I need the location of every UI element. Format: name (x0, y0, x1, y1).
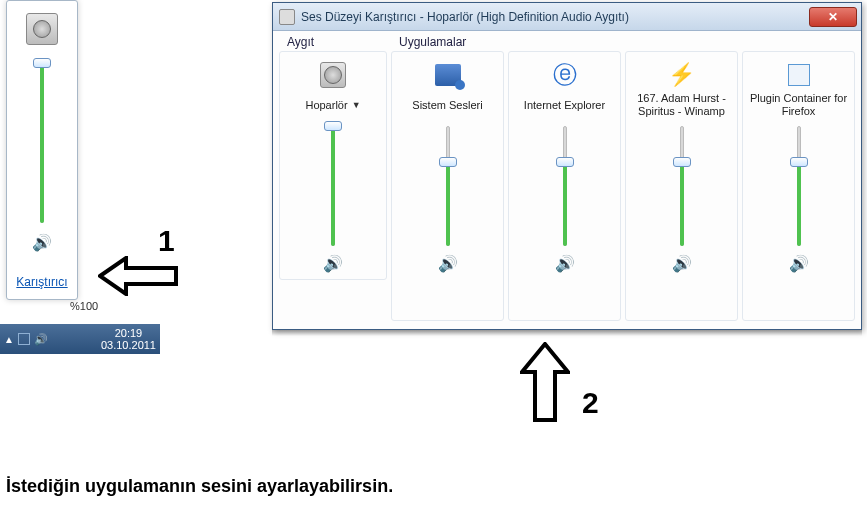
mute-button[interactable]: 🔊 (789, 254, 809, 273)
app-volume-slider[interactable] (438, 126, 458, 246)
device-label[interactable]: Hoparlör ▼ (305, 90, 360, 120)
taskbar-clock[interactable]: 20:19 03.10.2011 (101, 327, 156, 351)
volume-flyout: 🔊 Karıştırıcı (6, 0, 78, 300)
ie-icon: ⓔ (550, 60, 580, 90)
mixer-column-app: ⓔ Internet Explorer 🔊 (508, 51, 621, 321)
app-label: Internet Explorer (524, 90, 605, 120)
titlebar[interactable]: Ses Düzeyi Karıştırıcı - Hoparlör (High … (273, 3, 861, 31)
mute-button[interactable]: 🔊 (672, 254, 692, 273)
close-button[interactable]: ✕ (809, 7, 857, 27)
arrow-left-icon (98, 256, 178, 296)
app-volume-slider[interactable] (555, 126, 575, 246)
window-title: Ses Düzeyi Karıştırıcı - Hoparlör (High … (301, 10, 629, 24)
taskbar: ▲ 🔊 20:19 03.10.2011 (0, 324, 160, 354)
section-label-device: Aygıt (287, 35, 314, 49)
volume-mixer-window: Ses Düzeyi Karıştırıcı - Hoparlör (High … (272, 2, 862, 330)
annotation-1: 1 (158, 224, 175, 258)
device-volume-slider[interactable] (323, 126, 343, 246)
section-label-apps: Uygulamalar (399, 35, 466, 49)
caption-text: İstediğin uygulamanın sesini ayarlayabil… (6, 476, 393, 497)
window-shadow (272, 330, 862, 336)
speaker-icon[interactable]: 🔊 (32, 233, 52, 252)
app-label: 167. Adam Hurst - Spiritus - Winamp (630, 90, 733, 120)
mute-button[interactable]: 🔊 (323, 254, 343, 273)
clock-date: 03.10.2011 (101, 339, 156, 351)
mixer-body: Aygıt Uygulamalar Hoparlör ▼ 🔊 Sistem Se… (273, 31, 861, 329)
mute-button[interactable]: 🔊 (555, 254, 575, 273)
volume-percent-label: %100 (70, 300, 98, 312)
app-label: Sistem Sesleri (412, 90, 482, 120)
tray-up-icon[interactable]: ▲ (4, 334, 14, 345)
tray-volume-icon[interactable]: 🔊 (34, 333, 48, 346)
master-volume-thumb[interactable] (33, 58, 51, 68)
speaker-device-icon (26, 13, 58, 45)
winamp-icon: ⚡ (667, 60, 697, 90)
mixer-column-app: Plugin Container for Firefox 🔊 (742, 51, 855, 321)
clock-time: 20:19 (101, 327, 156, 339)
chevron-down-icon[interactable]: ▼ (352, 100, 361, 110)
speaker-device-icon (318, 60, 348, 90)
mixer-column-app: ⚡ 167. Adam Hurst - Spiritus - Winamp 🔊 (625, 51, 738, 321)
system-sounds-icon (433, 60, 463, 90)
window-icon (279, 9, 295, 25)
tray-item-icon[interactable] (18, 333, 30, 345)
master-volume-fill (40, 63, 44, 223)
mixer-column-app: Sistem Sesleri 🔊 (391, 51, 504, 321)
app-volume-slider[interactable] (789, 126, 809, 246)
device-section: Hoparlör ▼ 🔊 (277, 35, 389, 323)
arrow-up-icon (520, 342, 570, 422)
mute-button[interactable]: 🔊 (438, 254, 458, 273)
annotation-2: 2 (582, 386, 599, 420)
app-label: Plugin Container for Firefox (747, 90, 850, 120)
mixer-link[interactable]: Karıştırıcı (16, 275, 67, 289)
firefox-plugin-icon (784, 60, 814, 90)
apps-section: Sistem Sesleri 🔊 ⓔ Internet Explorer 🔊 ⚡… (389, 35, 857, 323)
master-volume-slider[interactable] (32, 63, 52, 223)
app-volume-slider[interactable] (672, 126, 692, 246)
mixer-column-device: Hoparlör ▼ 🔊 (279, 51, 387, 280)
